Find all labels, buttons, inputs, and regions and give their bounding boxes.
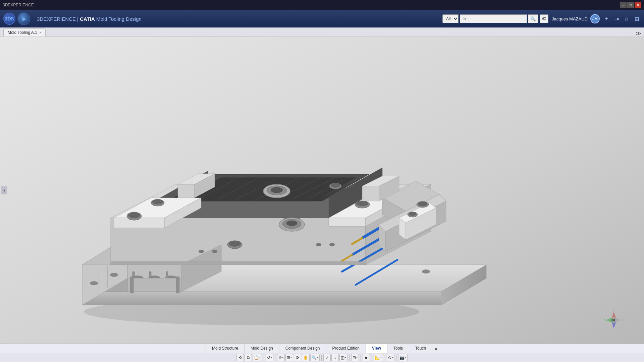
tool-button-13[interactable]: ↕ bbox=[331, 354, 339, 361]
title-bar-left: 3DEXPERIENCE bbox=[3, 3, 34, 7]
tag-button[interactable]: 🏷 bbox=[540, 14, 548, 23]
tool-button-7[interactable]: ⊞▾ bbox=[285, 354, 293, 361]
tool-button-12[interactable]: ⤢ bbox=[323, 354, 331, 361]
tab-bar: Mold Tooling A.1 × ≫ bbox=[0, 27, 644, 37]
menu-tabs-overflow-button[interactable]: ▲ bbox=[434, 346, 438, 351]
tool-button-0[interactable]: ⟲ bbox=[236, 354, 244, 361]
tool-button-22[interactable]: ⊘▾ bbox=[387, 354, 394, 361]
dropdown-arrow-24[interactable]: ▾ bbox=[405, 356, 406, 359]
svg-text:Y: Y bbox=[604, 319, 606, 321]
compass-widget[interactable]: Z X Y bbox=[604, 310, 624, 330]
tool-button-24[interactable]: 📷▾ bbox=[398, 354, 408, 361]
tool-separator-17 bbox=[361, 355, 361, 361]
tool-button-14[interactable]: ◫▾ bbox=[339, 354, 347, 361]
add-button[interactable]: + bbox=[602, 15, 610, 23]
dropdown-arrow-10[interactable]: ▾ bbox=[317, 356, 318, 359]
home-button[interactable]: ⌂ bbox=[623, 15, 631, 23]
tool-button-16[interactable]: ⊟▾ bbox=[351, 354, 359, 361]
tool-button-10[interactable]: 🔍▾ bbox=[310, 354, 320, 361]
tool-separator-21 bbox=[385, 355, 385, 361]
menu-tab-touch[interactable]: Touch bbox=[409, 344, 432, 353]
tool-button-8[interactable]: ⟳ bbox=[294, 354, 301, 361]
brand-label: 3DEXPERIENCE bbox=[37, 16, 76, 22]
tool-button-6[interactable]: ⊕▾ bbox=[277, 354, 285, 361]
search-input[interactable] bbox=[460, 14, 527, 23]
viewport: ❯ bbox=[0, 37, 644, 344]
dropdown-arrow-14[interactable]: ▾ bbox=[345, 356, 346, 359]
tool-separator-3 bbox=[264, 355, 264, 361]
bottom-area: Mold StructureMold DesignComponent Desig… bbox=[0, 344, 644, 362]
tool-separator-19 bbox=[372, 355, 372, 361]
svg-point-75 bbox=[199, 250, 204, 253]
module-name-label: Mold Tooling Design bbox=[96, 16, 142, 22]
user-area: Jacques MAZAUD JM + ⇥ ⌂ ⊞ bbox=[552, 14, 641, 23]
dropdown-arrow-2[interactable]: ▾ bbox=[259, 356, 261, 359]
tool-separator-15 bbox=[349, 355, 350, 361]
app-title: 3DEXPERIENCE | CATIA Mold Tooling Design bbox=[37, 16, 142, 22]
svg-point-57 bbox=[152, 199, 163, 204]
title-bar: 3DEXPERIENCE ─ □ ✕ bbox=[0, 0, 644, 10]
svg-text:Z: Z bbox=[613, 310, 615, 311]
menu-tab-view[interactable]: View bbox=[366, 344, 387, 353]
tool-buttons: ⟲⧉📋▾↺▾⊕▾⊞▾⟳✋🔍▾⤢↕◫▾⊟▾▶📐▾⊘▾📷▾ bbox=[0, 353, 644, 362]
svg-point-84 bbox=[422, 269, 430, 274]
tab-close-button[interactable]: × bbox=[39, 31, 41, 35]
dropdown-arrow-7[interactable]: ▾ bbox=[290, 356, 292, 359]
svg-marker-29 bbox=[329, 218, 366, 226]
svg-point-61 bbox=[331, 183, 340, 188]
dropdown-arrow-22[interactable]: ▾ bbox=[392, 356, 393, 359]
svg-point-94 bbox=[409, 212, 416, 216]
minimize-button[interactable]: ─ bbox=[620, 2, 627, 8]
tab-label: Mold Tooling A.1 bbox=[8, 30, 37, 35]
dropdown-arrow-16[interactable]: ▾ bbox=[356, 356, 358, 359]
dropdown-arrow-20[interactable]: ▾ bbox=[380, 356, 382, 359]
tool-separator-11 bbox=[321, 355, 322, 361]
dropdown-arrow-4[interactable]: ▾ bbox=[271, 356, 272, 359]
menu-tab-product-edition[interactable]: Product Edition bbox=[326, 344, 366, 353]
close-button[interactable]: ✕ bbox=[635, 2, 641, 8]
left-panel-toggle[interactable]: ❯ bbox=[1, 186, 7, 194]
separator-label: | bbox=[77, 16, 80, 22]
ds-logo-icon: 3DS bbox=[3, 13, 15, 25]
svg-marker-70 bbox=[178, 184, 195, 198]
share-button[interactable]: ⇥ bbox=[612, 15, 621, 23]
menu-tab-component-design[interactable]: Component Design bbox=[279, 344, 326, 353]
tool-button-1[interactable]: ⧉ bbox=[245, 354, 252, 361]
search-category-dropdown[interactable]: All bbox=[442, 14, 459, 23]
tab-bar-right: ≫ bbox=[636, 30, 644, 37]
svg-point-77 bbox=[316, 243, 321, 246]
active-tab[interactable]: Mold Tooling A.1 × bbox=[3, 28, 46, 37]
user-avatar[interactable]: JM bbox=[590, 14, 600, 23]
dropdown-arrow-6[interactable]: ▾ bbox=[282, 356, 283, 359]
menu-tab-mold-structure[interactable]: Mold Structure bbox=[206, 344, 245, 353]
svg-marker-85 bbox=[127, 278, 181, 292]
tool-button-20[interactable]: 📐▾ bbox=[374, 354, 383, 361]
svg-point-83 bbox=[110, 273, 118, 277]
top-toolbar: 3DS 3DEXPERIENCE | CATIA Mold Tooling De… bbox=[0, 10, 644, 27]
svg-point-92 bbox=[418, 201, 427, 206]
svg-point-90 bbox=[286, 221, 297, 226]
title-bar-controls: ─ □ ✕ bbox=[620, 2, 641, 8]
tool-button-4[interactable]: ↺▾ bbox=[266, 354, 273, 361]
tool-button-18[interactable]: ▶ bbox=[363, 354, 370, 361]
menu-tab-tools[interactable]: Tools bbox=[387, 344, 409, 353]
model-canvas bbox=[0, 37, 644, 344]
logo-area: 3DS bbox=[3, 12, 34, 25]
search-button[interactable]: 🔍 bbox=[528, 14, 538, 23]
svg-point-76 bbox=[212, 250, 217, 253]
chevron-right-icon: ❯ bbox=[3, 188, 5, 192]
svg-point-99 bbox=[612, 319, 615, 321]
menu-tab-mold-design[interactable]: Mold Design bbox=[245, 344, 279, 353]
maximize-button[interactable]: □ bbox=[627, 2, 634, 8]
toolbar-icons: + ⇥ ⌂ ⊞ bbox=[602, 15, 641, 23]
svg-marker-26 bbox=[114, 218, 164, 228]
play-button[interactable] bbox=[17, 12, 30, 25]
svg-point-78 bbox=[329, 243, 335, 246]
svg-rect-87 bbox=[176, 277, 179, 293]
tool-button-9[interactable]: ✋ bbox=[302, 354, 310, 361]
svg-marker-3 bbox=[82, 292, 441, 305]
svg-marker-79 bbox=[111, 261, 366, 265]
grid-button[interactable]: ⊞ bbox=[633, 15, 641, 23]
tool-button-2[interactable]: 📋▾ bbox=[253, 354, 262, 361]
svg-point-63 bbox=[229, 241, 241, 247]
